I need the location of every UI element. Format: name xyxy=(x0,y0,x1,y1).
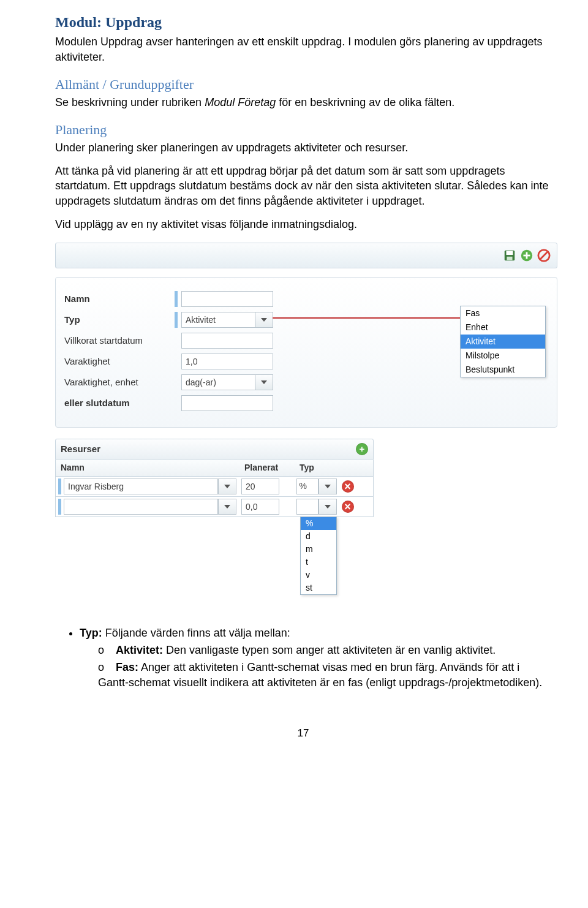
list-marker: o xyxy=(98,643,113,657)
required-mark xyxy=(175,291,178,307)
typ-option[interactable]: Enhet xyxy=(461,320,545,335)
save-icon[interactable] xyxy=(503,249,516,262)
resource-name-input[interactable] xyxy=(64,499,218,515)
list-marker: o xyxy=(98,660,113,675)
toolbar xyxy=(55,243,557,268)
label-slutdatum: eller slutdatum xyxy=(64,397,175,409)
varaktighet-input[interactable] xyxy=(181,354,273,369)
allmant-pre: Se beskrivning under rubriken xyxy=(55,96,205,108)
cancel-icon[interactable] xyxy=(537,249,551,262)
allmant-text: Se beskrivning under rubriken Modul Före… xyxy=(55,95,551,110)
chevron-down-icon xyxy=(325,485,331,488)
bullet-typ: Typ: Följande värden finns att välja mel… xyxy=(80,626,551,690)
chevron-down-icon xyxy=(224,485,230,488)
villkorat-input[interactable] xyxy=(181,333,273,349)
typ-dropdown-button[interactable] xyxy=(255,312,273,328)
resource-planerat-input[interactable] xyxy=(241,499,279,515)
svg-rect-1 xyxy=(507,251,513,255)
planering-p2: Att tänka på vid planering är att ett up… xyxy=(55,164,551,208)
page-title: Modul: Uppdrag xyxy=(55,12,551,32)
planering-p1: Under planering sker planeringen av uppd… xyxy=(55,140,551,155)
activity-form: Namn Typ Villkorat startdatum Varaktighe… xyxy=(55,277,557,428)
arrow-icon xyxy=(273,317,462,319)
allmant-ital: Modul Företag xyxy=(205,96,276,108)
resource-typ-input[interactable] xyxy=(296,499,318,515)
typ-option[interactable]: Beslutspunkt xyxy=(461,363,545,377)
resource-typ-dropdown[interactable] xyxy=(318,479,337,494)
required-mark xyxy=(58,479,61,494)
enhet-dropdown-button[interactable] xyxy=(255,374,273,390)
label-typ: Typ xyxy=(64,314,175,326)
resource-typ-dropdown[interactable] xyxy=(318,499,337,515)
add-icon[interactable] xyxy=(520,249,533,262)
allmant-post: för en beskrivning av de olika fälten. xyxy=(276,96,454,108)
namn-input[interactable] xyxy=(181,291,273,307)
label-namn: Namn xyxy=(64,293,175,305)
resource-row: % × xyxy=(55,477,374,497)
label-villkorat: Villkorat startdatum xyxy=(64,335,175,347)
chevron-down-icon xyxy=(224,505,230,509)
row-slutdatum: eller slutdatum xyxy=(64,393,548,414)
slutdatum-input[interactable] xyxy=(181,395,273,411)
chevron-down-icon xyxy=(261,380,267,384)
typ-input[interactable] xyxy=(181,312,255,328)
chevron-down-icon xyxy=(261,318,267,322)
bullet-typ-text: Följande värden finns att välja mellan: xyxy=(102,627,290,639)
heading-allmant: Allmänt / Grunduppgifter xyxy=(55,75,551,94)
typ-option[interactable]: Milstolpe xyxy=(461,349,545,363)
dialog-screenshot: Namn Typ Villkorat startdatum Varaktighe… xyxy=(55,243,557,594)
bullet-typ-label: Typ: xyxy=(80,627,102,639)
typ-option-selected[interactable]: Aktivitet xyxy=(461,335,545,349)
typ-unit-option[interactable]: t xyxy=(301,556,336,569)
col-planerat: Planerat xyxy=(239,460,295,476)
varaktighet-enhet-input[interactable] xyxy=(181,374,255,390)
resources-header: Resurser + xyxy=(55,439,374,460)
label-varaktighet: Varaktighet xyxy=(64,355,175,368)
svg-line-7 xyxy=(540,252,548,260)
label-varaktighet-enhet: Varaktighet, enhet xyxy=(64,376,175,388)
sub-bullet-label: Aktivitet: xyxy=(116,644,163,656)
typ-unit-option[interactable]: d xyxy=(301,530,336,543)
resource-planerat-input[interactable] xyxy=(241,479,279,494)
planering-p3: Vid upplägg av en ny aktivitet visas föl… xyxy=(55,217,551,232)
chevron-down-icon xyxy=(325,505,331,509)
resources-title: Resurser xyxy=(61,443,100,455)
required-mark xyxy=(175,312,178,328)
bullet-list: Typ: Följande värden finns att välja mel… xyxy=(55,626,551,690)
sub-bullet-text: Anger att aktiviteten i Gantt-schemat vi… xyxy=(98,661,542,688)
svg-rect-5 xyxy=(524,255,530,257)
required-mark xyxy=(58,499,61,515)
intro-paragraph: Modulen Uppdrag avser hanteringen av ett… xyxy=(55,34,551,64)
col-typ: Typ xyxy=(295,460,350,476)
sub-bullet: o Fas: Anger att aktiviteten i Gantt-sch… xyxy=(98,660,551,690)
sub-bullet: o Aktivitet: Den vanligaste typen som an… xyxy=(98,643,551,657)
page-number: 17 xyxy=(55,727,551,741)
delete-resource-icon[interactable]: × xyxy=(342,501,354,513)
resources-panel: Resurser + Namn Planerat Typ % × xyxy=(55,439,374,594)
typ-unit-option[interactable]: st xyxy=(301,581,336,594)
svg-rect-2 xyxy=(507,257,512,260)
typ-unit-option[interactable]: v xyxy=(301,569,336,581)
typ-unit-option[interactable]: m xyxy=(301,543,336,556)
sub-bullet-text: Den vanligaste typen som anger att aktiv… xyxy=(163,644,496,656)
add-resource-icon[interactable]: + xyxy=(356,443,368,455)
typ-option[interactable]: Fas xyxy=(461,306,545,320)
resource-name-dropdown[interactable] xyxy=(218,499,236,515)
resource-name-dropdown[interactable] xyxy=(218,479,236,494)
resource-typ-input[interactable]: % xyxy=(296,479,318,494)
typ-unit-popup: % d m t v st xyxy=(300,516,337,594)
resource-row: × xyxy=(55,497,374,517)
typ-options-popup: Fas Enhet Aktivitet Milstolpe Beslutspun… xyxy=(460,306,546,377)
resources-columns: Namn Planerat Typ xyxy=(55,460,374,477)
resource-name-input[interactable] xyxy=(64,479,218,494)
typ-unit-option-selected[interactable]: % xyxy=(301,517,336,530)
sub-bullet-label: Fas: xyxy=(116,661,138,673)
col-name: Namn xyxy=(56,460,239,476)
heading-planering: Planering xyxy=(55,121,551,139)
delete-resource-icon[interactable]: × xyxy=(342,480,354,493)
